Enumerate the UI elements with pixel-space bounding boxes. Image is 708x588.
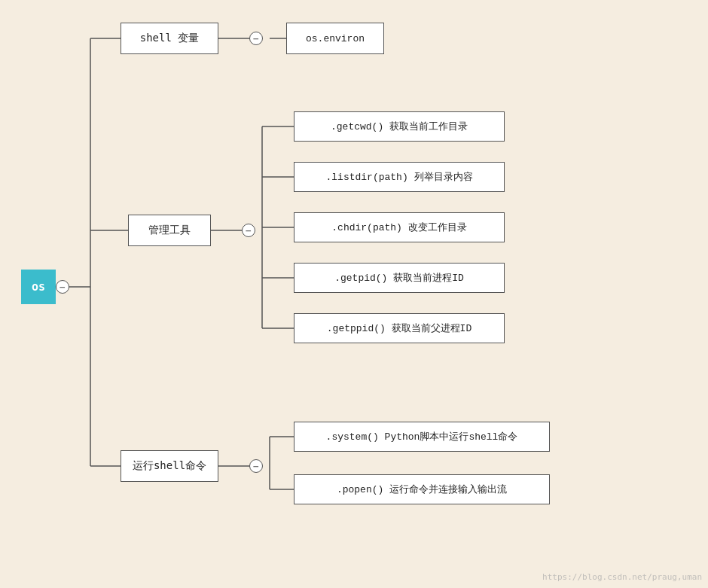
system-node: .system() Python脚本中运行shell命令 [294,422,550,452]
popen-label: .popen() 运行命令并连接输入输出流 [337,483,507,496]
system-label: .system() Python脚本中运行shell命令 [326,430,518,443]
os-collapse-btn[interactable]: − [56,280,69,294]
shell-var-node: shell 变量 [121,23,218,54]
shell-var-label: shell 变量 [140,32,200,45]
getcwd-node: .getcwd() 获取当前工作目录 [294,111,505,142]
listdir-label: .listdir(path) 列举目录内容 [325,170,472,184]
chdir-node: .chdir(path) 改变工作目录 [294,212,505,242]
listdir-node: .listdir(path) 列举目录内容 [294,162,505,192]
manage-label: 管理工具 [148,224,191,237]
diagram-container: os − shell 变量 − os.environ 管理工具 − .getcw… [0,0,708,588]
run-shell-node: 运行shell命令 [121,450,218,482]
getppid-label: .getppid() 获取当前父进程ID [327,321,471,335]
watermark: https://blog.csdn.net/praug,uman [542,572,702,582]
manage-node: 管理工具 [128,215,211,246]
chdir-label: .chdir(path) 改变工作目录 [331,221,466,234]
popen-node: .popen() 运行命令并连接输入输出流 [294,474,550,504]
run-shell-collapse-btn[interactable]: − [249,459,263,473]
shell-var-collapse-btn[interactable]: − [249,32,263,45]
run-shell-label: 运行shell命令 [133,459,206,473]
manage-collapse-btn[interactable]: − [242,224,255,237]
getcwd-label: .getcwd() 获取当前工作目录 [331,120,468,133]
getpid-label: .getpid() 获取当前进程ID [334,271,464,285]
os-environ-label: os.environ [306,33,365,44]
os-label: os [32,280,45,294]
os-environ-node: os.environ [286,23,384,54]
getpid-node: .getpid() 获取当前进程ID [294,263,505,293]
os-node: os [21,270,56,304]
getppid-node: .getppid() 获取当前父进程ID [294,313,505,343]
